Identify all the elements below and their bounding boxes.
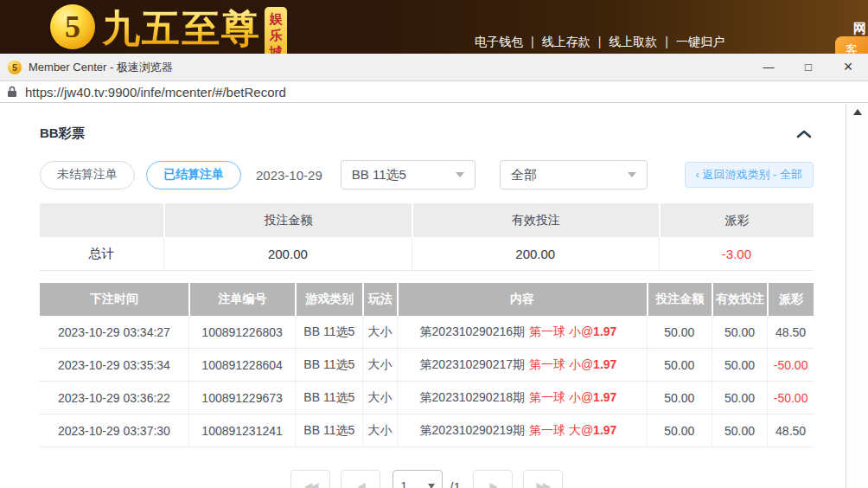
table-row: 2023-10-29 03:36:22 100891229673 BB 11选5… (40, 382, 814, 414)
content-odds: 1.97 (593, 357, 616, 371)
table-row: 2023-10-29 03:37:30 100891231241 BB 11选5… (40, 414, 814, 447)
pagination: ◀◀ ◀ 1 /1 ▶ ▶▶ (40, 470, 814, 488)
cell-bet-amount: 50.00 (647, 349, 712, 381)
cell-order-id: 100891228604 (188, 349, 296, 381)
favicon-icon: 5 (8, 61, 22, 74)
back-to-category-button[interactable]: ‹ 返回游戏类别 - 全部 (685, 162, 814, 188)
window-maximize-button[interactable]: □ (788, 54, 828, 80)
nav-separator: | (598, 35, 602, 48)
cell-valid-bet: 50.00 (712, 316, 767, 348)
summary-header-row: 投注金额 有效投注 派彩 (40, 203, 814, 237)
table-row: 2023-10-29 03:35:34 100891228604 BB 11选5… (40, 349, 814, 382)
page-select[interactable]: 1 (393, 470, 443, 488)
cell-valid-bet: 50.00 (712, 382, 767, 414)
col-header-order-id: 注单编号 (188, 283, 296, 316)
lock-icon (7, 86, 17, 98)
content-odds: 1.97 (593, 324, 616, 338)
summary-valid-bet: 200.00 (412, 237, 659, 270)
table-header-row: 下注时间 注单编号 游戏类别 玩法 内容 投注金额 有效投注 派彩 (40, 283, 814, 316)
content-bet: 第一球 小@1.97 (529, 390, 616, 406)
top-nav: 电子钱包|线上存款|线上取款|一键归户 (475, 35, 724, 50)
cell-play: 大小 (362, 316, 396, 348)
col-header-payout: 派彩 (767, 283, 814, 316)
cell-bet-amount: 50.00 (647, 414, 712, 446)
site-logo[interactable]: 5 九五至尊 娱 乐 城 (50, 4, 287, 54)
summary-header-payout: 派彩 (659, 203, 814, 237)
cell-order-id: 100891229673 (188, 382, 296, 414)
nav-separator: | (531, 35, 534, 48)
screen: 5 九五至尊 娱 乐 城 电子钱包|线上存款|线上取款|一键归户 网 客 5 M… (0, 0, 868, 488)
page-title: BB彩票 (40, 125, 85, 142)
site-header: 5 九五至尊 娱 乐 城 电子钱包|线上存款|线上取款|一键归户 网 客 (0, 0, 868, 54)
logo-text: 九五至尊 (102, 4, 261, 53)
logo-badge-char: 城 (265, 43, 287, 54)
content-period: 第202310290219期 (420, 423, 525, 439)
cell-game: BB 11选5 (295, 414, 362, 446)
url-text[interactable]: https://jw40.tv:9900/infe/mcenter/#/betR… (25, 85, 286, 100)
cell-time: 2023-10-29 03:35:34 (40, 349, 188, 381)
last-page-button[interactable]: ▶▶ (523, 470, 563, 488)
first-page-button[interactable]: ◀◀ (290, 470, 330, 488)
cell-time: 2023-10-29 03:36:22 (40, 382, 188, 414)
settled-orders-button[interactable]: 已结算注单 (146, 161, 241, 189)
nav-link-ewallet[interactable]: 电子钱包 (475, 35, 523, 48)
table-row: 2023-10-29 03:34:27 100891226803 BB 11选5… (40, 316, 814, 349)
type-select[interactable]: 全部 (500, 160, 648, 189)
summary-total-row: 总计 200.00 200.00 -3.00 (40, 237, 814, 271)
col-header-time: 下注时间 (40, 283, 188, 316)
cell-content: 第202310290216期 第一球 小@1.97 (397, 316, 647, 348)
cell-order-id: 100891231241 (188, 414, 296, 446)
prev-page-button[interactable]: ◀ (341, 470, 380, 488)
chevron-down-icon (428, 484, 435, 488)
logo-icon: 5 (50, 4, 95, 49)
content-period: 第202310290217期 (420, 357, 525, 373)
page-select-value: 1 (400, 479, 407, 488)
summary-payout: -3.00 (659, 237, 814, 270)
content-odds: 1.97 (593, 423, 616, 437)
nav-link-withdraw[interactable]: 线上取款 (609, 35, 657, 48)
next-page-button[interactable]: ▶ (473, 470, 513, 488)
game-select-value: BB 11选5 (352, 167, 406, 183)
page-total-label: /1 (450, 479, 461, 488)
browser-title-bar: 5 Member Center - 极速浏览器 — □ × (0, 54, 868, 81)
cell-valid-bet: 50.00 (712, 349, 767, 381)
type-select-value: 全部 (511, 167, 537, 183)
cell-play: 大小 (362, 349, 396, 381)
nav-link-transfer[interactable]: 一键归户 (676, 35, 724, 48)
cell-time: 2023-10-29 03:37:30 (40, 414, 188, 446)
cell-content: 第202310290219期 第一球 大@1.97 (397, 414, 647, 446)
content-odds: 1.97 (593, 390, 616, 404)
cell-game: BB 11选5 (295, 316, 362, 348)
cell-payout: 48.50 (767, 414, 814, 446)
summary-header-blank (40, 203, 163, 237)
logo-badge: 娱 乐 城 (265, 7, 287, 54)
game-select[interactable]: BB 11选5 (341, 160, 475, 189)
summary-table: 投注金额 有效投注 派彩 总计 200.00 200.00 -3.00 (40, 203, 814, 271)
cell-game: BB 11选5 (295, 382, 362, 414)
cell-bet-amount: 50.00 (647, 382, 712, 414)
cell-content: 第202310290217期 第一球 小@1.97 (397, 349, 647, 381)
cell-bet-amount: 50.00 (647, 316, 712, 348)
cell-play: 大小 (362, 382, 396, 414)
summary-header-valid: 有效投注 (412, 203, 659, 237)
logo-badge-char: 娱 (265, 10, 287, 27)
unsettled-orders-button[interactable]: 未结算注单 (40, 161, 135, 189)
content-bet: 第一球 小@1.97 (529, 357, 616, 373)
cell-play: 大小 (362, 414, 396, 446)
cell-payout: -50.00 (767, 349, 814, 381)
date-label: 2023-10-29 (256, 168, 322, 183)
nav-link-deposit[interactable]: 线上存款 (542, 35, 590, 48)
nav-separator: | (665, 35, 668, 48)
customer-service-button[interactable]: 客 (835, 36, 868, 54)
bet-record-table: 下注时间 注单编号 游戏类别 玩法 内容 投注金额 有效投注 派彩 2023-1… (40, 283, 814, 447)
col-header-content: 内容 (397, 283, 647, 316)
logo-badge-char: 乐 (265, 27, 287, 43)
cell-game: BB 11选5 (295, 349, 362, 381)
scroll-up-icon[interactable] (853, 109, 862, 115)
window-close-button[interactable]: × (828, 54, 868, 80)
window-minimize-button[interactable]: — (749, 54, 788, 80)
collapse-button[interactable] (795, 128, 814, 140)
content-bet: 第一球 大@1.97 (529, 423, 616, 439)
vertical-scrollbar[interactable] (846, 104, 868, 488)
bet-record-page: BB彩票 未结算注单 已结算注单 2023-10-29 BB 11选5 全部 ‹… (0, 104, 846, 488)
